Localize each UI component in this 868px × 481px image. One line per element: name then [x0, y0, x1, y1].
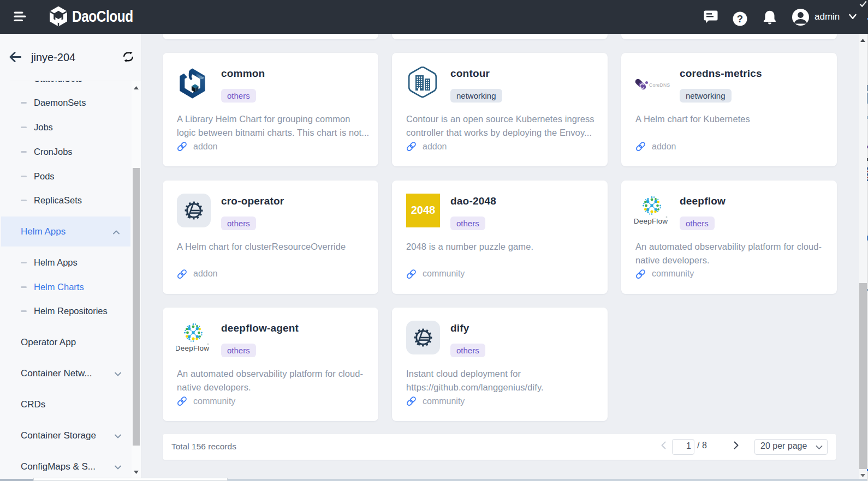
svg-text:DeepFlow: DeepFlow — [176, 344, 209, 352]
svg-text:CoreDNS: CoreDNS — [649, 82, 670, 88]
svg-text:DeepFlow: DeepFlow — [634, 217, 668, 225]
svg-text:?: ? — [737, 13, 743, 25]
